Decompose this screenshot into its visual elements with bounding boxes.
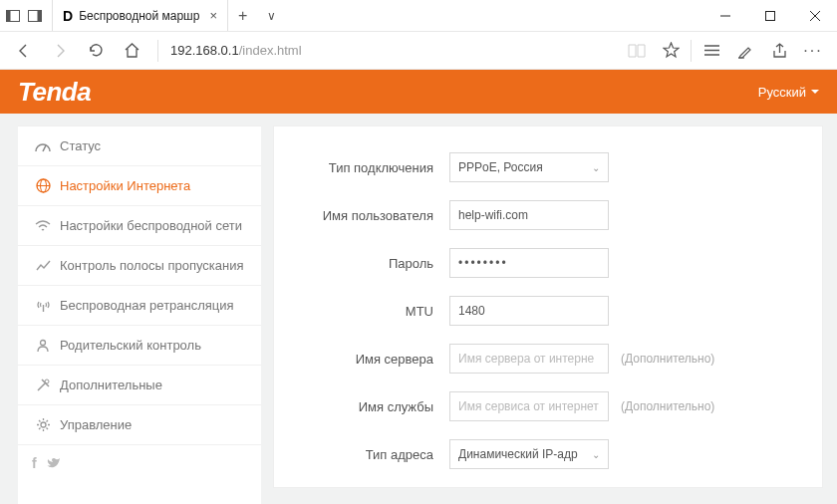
server-name-label: Имя сервера — [304, 352, 433, 367]
service-name-input[interactable] — [449, 391, 609, 421]
url-path: /index.html — [239, 43, 302, 58]
sidebar-item-bandwidth[interactable]: Контроль полосы пропускания — [18, 246, 261, 286]
dock-right-icon[interactable] — [28, 9, 42, 23]
sidebar-item-status[interactable]: Статус — [18, 126, 261, 166]
svg-rect-5 — [765, 11, 774, 20]
password-label: Пароль — [304, 256, 433, 271]
browser-titlebar: D Беспроводной маршр × + ∨ — [0, 0, 837, 32]
language-label: Русский — [758, 85, 806, 100]
chart-icon — [32, 259, 54, 272]
sidebar-item-repeater[interactable]: Беспроводная ретрансляция — [18, 286, 261, 326]
nav-back-button[interactable] — [8, 36, 40, 66]
chevron-down-icon: ⌄ — [592, 449, 600, 460]
dock-left-icon[interactable] — [6, 9, 20, 23]
tools-icon — [32, 378, 54, 392]
new-tab-button[interactable]: + — [228, 0, 257, 31]
sidebar-item-label: Статус — [60, 138, 101, 153]
mtu-input[interactable] — [449, 296, 609, 326]
window-close-button[interactable] — [792, 0, 837, 31]
url-host: 192.168.0.1 — [170, 43, 239, 58]
sidebar-item-advanced[interactable]: Дополнительные — [18, 366, 261, 405]
window-maximize-button[interactable] — [747, 0, 792, 31]
sidebar-item-management[interactable]: Управление — [18, 405, 261, 445]
svg-point-18 — [45, 379, 49, 383]
antenna-icon — [32, 299, 54, 313]
gear-icon — [32, 417, 54, 432]
username-label: Имя пользователя — [304, 208, 433, 223]
sidebar: Статус Настройки Интернета Настройки бес… — [18, 126, 261, 504]
nav-home-button[interactable] — [116, 36, 147, 66]
sidebar-item-wireless[interactable]: Настройки беспроводной сети — [18, 206, 261, 246]
server-name-optional: (Дополнительно) — [621, 352, 714, 366]
app-header: Tenda Русский — [0, 70, 837, 114]
svg-line-12 — [43, 145, 46, 151]
sidebar-item-label: Контроль полосы пропускания — [60, 258, 244, 273]
address-type-value: Динамический IP-адр — [458, 447, 578, 461]
browser-addressbar: 192.168.0.1/index.html ··· — [0, 32, 837, 70]
twitter-icon[interactable] — [47, 455, 60, 471]
sidebar-item-label: Беспроводная ретрансляция — [60, 298, 234, 313]
connection-type-label: Тип подключения — [304, 160, 433, 175]
chevron-down-icon: ⌄ — [592, 162, 600, 173]
notes-icon[interactable] — [729, 36, 761, 66]
brand-logo: Tenda — [18, 77, 91, 108]
facebook-icon[interactable]: f — [32, 455, 37, 471]
share-icon[interactable] — [763, 36, 795, 66]
server-name-input[interactable] — [449, 344, 609, 374]
user-icon — [32, 339, 54, 353]
svg-point-17 — [41, 340, 46, 345]
tab-title: Беспроводной маршр — [79, 9, 199, 23]
browser-tab[interactable]: D Беспроводной маршр × — [52, 0, 228, 31]
username-input[interactable] — [449, 200, 609, 230]
connection-type-value: PPPoE, Россия — [458, 160, 543, 174]
connection-type-select[interactable]: PPPoE, Россия ⌄ — [449, 152, 609, 182]
url-field[interactable]: 192.168.0.1/index.html — [168, 43, 617, 58]
address-type-label: Тип адреса — [304, 447, 433, 462]
svg-rect-3 — [38, 10, 42, 21]
more-icon[interactable]: ··· — [797, 36, 829, 66]
sidebar-item-internet[interactable]: Настройки Интернета — [18, 166, 261, 206]
sidebar-item-label: Родительский контроль — [60, 338, 201, 353]
sidebar-item-label: Настройки беспроводной сети — [60, 218, 242, 233]
service-name-label: Имя службы — [304, 399, 433, 414]
nav-refresh-button[interactable] — [80, 36, 112, 66]
service-name-optional: (Дополнительно) — [621, 399, 714, 413]
password-input[interactable] — [449, 248, 609, 278]
sidebar-item-parental[interactable]: Родительский контроль — [18, 326, 261, 366]
svg-point-19 — [41, 422, 46, 427]
sidebar-item-label: Управление — [60, 417, 132, 432]
main-panel: Тип подключения PPPoE, Россия ⌄ Имя поль… — [273, 126, 823, 504]
tabs-chevron-icon[interactable]: ∨ — [257, 0, 286, 31]
tab-favicon: D — [63, 8, 73, 24]
content-area: Статус Настройки Интернета Настройки бес… — [0, 114, 837, 504]
window-minimize-button[interactable] — [702, 0, 747, 31]
mtu-label: MTU — [304, 304, 433, 319]
reading-view-icon[interactable] — [621, 36, 653, 66]
language-selector[interactable]: Русский — [758, 85, 819, 100]
favorite-star-icon[interactable] — [655, 36, 687, 66]
social-links: f — [18, 445, 261, 481]
svg-rect-1 — [7, 10, 11, 21]
sidebar-item-label: Настройки Интернета — [60, 178, 190, 193]
dashboard-icon — [32, 140, 54, 152]
wifi-icon — [32, 220, 54, 232]
hub-icon[interactable] — [696, 36, 727, 66]
tab-close-icon[interactable]: × — [209, 8, 217, 23]
form-panel: Тип подключения PPPoE, Россия ⌄ Имя поль… — [273, 126, 823, 488]
address-type-select[interactable]: Динамический IP-адр ⌄ — [449, 439, 609, 469]
nav-forward-button[interactable] — [44, 36, 76, 66]
sidebar-item-label: Дополнительные — [60, 378, 162, 392]
globe-icon — [32, 178, 54, 193]
